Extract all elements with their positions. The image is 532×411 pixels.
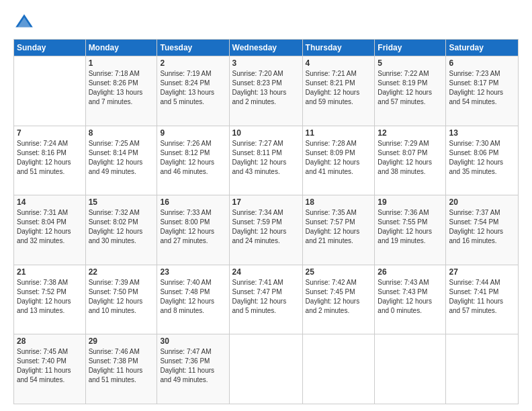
calendar-week-row: 28Sunrise: 7:45 AM Sunset: 7:40 PM Dayli…: [14, 334, 519, 404]
calendar-cell: 6Sunrise: 7:23 AM Sunset: 8:17 PM Daylig…: [446, 56, 519, 126]
calendar-cell: [302, 334, 375, 404]
calendar-cell: [14, 56, 86, 126]
day-info: Sunrise: 7:25 AM Sunset: 8:14 PM Dayligh…: [89, 139, 154, 177]
calendar-day-header: Wednesday: [229, 40, 302, 56]
calendar-cell: 18Sunrise: 7:35 AM Sunset: 7:57 PM Dayli…: [302, 195, 375, 265]
calendar-cell: 19Sunrise: 7:36 AM Sunset: 7:55 PM Dayli…: [375, 195, 446, 265]
calendar-cell: 28Sunrise: 7:45 AM Sunset: 7:40 PM Dayli…: [14, 334, 86, 404]
day-number: 18: [306, 197, 372, 207]
day-number: 25: [306, 267, 372, 277]
calendar-cell: 13Sunrise: 7:30 AM Sunset: 8:06 PM Dayli…: [446, 126, 519, 195]
calendar-cell: 14Sunrise: 7:31 AM Sunset: 8:04 PM Dayli…: [14, 195, 86, 265]
day-number: 30: [160, 336, 226, 346]
calendar-cell: 2Sunrise: 7:19 AM Sunset: 8:24 PM Daylig…: [157, 56, 229, 126]
day-number: 1: [89, 58, 154, 68]
calendar-cell: [446, 334, 519, 404]
calendar-cell: 10Sunrise: 7:27 AM Sunset: 8:11 PM Dayli…: [229, 126, 302, 195]
day-info: Sunrise: 7:47 AM Sunset: 7:36 PM Dayligh…: [160, 347, 226, 385]
calendar-cell: 27Sunrise: 7:44 AM Sunset: 7:41 PM Dayli…: [446, 265, 519, 334]
day-info: Sunrise: 7:32 AM Sunset: 8:02 PM Dayligh…: [89, 208, 154, 246]
calendar-day-header: Sunday: [14, 40, 86, 56]
calendar-cell: 15Sunrise: 7:32 AM Sunset: 8:02 PM Dayli…: [85, 195, 157, 265]
header: [13, 12, 519, 34]
day-info: Sunrise: 7:29 AM Sunset: 8:07 PM Dayligh…: [378, 139, 443, 177]
day-info: Sunrise: 7:42 AM Sunset: 7:45 PM Dayligh…: [306, 278, 372, 316]
day-number: 2: [160, 58, 226, 68]
day-number: 5: [378, 58, 443, 68]
calendar-day-header: Tuesday: [157, 40, 229, 56]
calendar-header-row: SundayMondayTuesdayWednesdayThursdayFrid…: [14, 40, 519, 56]
day-info: Sunrise: 7:39 AM Sunset: 7:50 PM Dayligh…: [89, 278, 154, 316]
day-number: 20: [449, 197, 515, 207]
calendar-week-row: 14Sunrise: 7:31 AM Sunset: 8:04 PM Dayli…: [14, 195, 519, 265]
day-info: Sunrise: 7:43 AM Sunset: 7:43 PM Dayligh…: [378, 278, 443, 316]
day-number: 19: [378, 197, 443, 207]
calendar-cell: [375, 334, 446, 404]
calendar-week-row: 1Sunrise: 7:18 AM Sunset: 8:26 PM Daylig…: [14, 56, 519, 126]
calendar-cell: 30Sunrise: 7:47 AM Sunset: 7:36 PM Dayli…: [157, 334, 229, 404]
day-info: Sunrise: 7:19 AM Sunset: 8:24 PM Dayligh…: [160, 69, 226, 107]
calendar-cell: 29Sunrise: 7:46 AM Sunset: 7:38 PM Dayli…: [85, 334, 157, 404]
day-info: Sunrise: 7:41 AM Sunset: 7:47 PM Dayligh…: [232, 278, 300, 316]
calendar-cell: [229, 334, 302, 404]
calendar-day-header: Saturday: [446, 40, 519, 56]
logo-icon: [13, 12, 35, 34]
day-number: 9: [160, 128, 226, 138]
calendar-cell: 9Sunrise: 7:26 AM Sunset: 8:12 PM Daylig…: [157, 126, 229, 195]
calendar-day-header: Friday: [375, 40, 446, 56]
day-number: 13: [449, 128, 515, 138]
day-info: Sunrise: 7:38 AM Sunset: 7:52 PM Dayligh…: [17, 278, 83, 316]
day-number: 14: [17, 197, 83, 207]
day-number: 4: [306, 58, 372, 68]
calendar-cell: 5Sunrise: 7:22 AM Sunset: 8:19 PM Daylig…: [375, 56, 446, 126]
day-number: 26: [378, 267, 443, 277]
day-number: 24: [232, 267, 300, 277]
day-info: Sunrise: 7:31 AM Sunset: 8:04 PM Dayligh…: [17, 208, 83, 246]
calendar-cell: 21Sunrise: 7:38 AM Sunset: 7:52 PM Dayli…: [14, 265, 86, 334]
day-number: 8: [89, 128, 154, 138]
day-info: Sunrise: 7:46 AM Sunset: 7:38 PM Dayligh…: [89, 347, 154, 385]
calendar-cell: 4Sunrise: 7:21 AM Sunset: 8:21 PM Daylig…: [302, 56, 375, 126]
day-number: 21: [17, 267, 83, 277]
day-info: Sunrise: 7:35 AM Sunset: 7:57 PM Dayligh…: [306, 208, 372, 246]
day-number: 17: [232, 197, 300, 207]
calendar-cell: 20Sunrise: 7:37 AM Sunset: 7:54 PM Dayli…: [446, 195, 519, 265]
calendar-week-row: 21Sunrise: 7:38 AM Sunset: 7:52 PM Dayli…: [14, 265, 519, 334]
calendar-cell: 24Sunrise: 7:41 AM Sunset: 7:47 PM Dayli…: [229, 265, 302, 334]
day-info: Sunrise: 7:37 AM Sunset: 7:54 PM Dayligh…: [449, 208, 515, 246]
calendar-week-row: 7Sunrise: 7:24 AM Sunset: 8:16 PM Daylig…: [14, 126, 519, 195]
day-info: Sunrise: 7:40 AM Sunset: 7:48 PM Dayligh…: [160, 278, 226, 316]
day-info: Sunrise: 7:26 AM Sunset: 8:12 PM Dayligh…: [160, 139, 226, 177]
day-number: 3: [232, 58, 300, 68]
day-number: 22: [89, 267, 154, 277]
calendar-cell: 11Sunrise: 7:28 AM Sunset: 8:09 PM Dayli…: [302, 126, 375, 195]
calendar-cell: 26Sunrise: 7:43 AM Sunset: 7:43 PM Dayli…: [375, 265, 446, 334]
calendar-day-header: Monday: [85, 40, 157, 56]
calendar-table: SundayMondayTuesdayWednesdayThursdayFrid…: [13, 39, 519, 404]
calendar-cell: 8Sunrise: 7:25 AM Sunset: 8:14 PM Daylig…: [85, 126, 157, 195]
day-info: Sunrise: 7:22 AM Sunset: 8:19 PM Dayligh…: [378, 69, 443, 107]
calendar-cell: 23Sunrise: 7:40 AM Sunset: 7:48 PM Dayli…: [157, 265, 229, 334]
calendar-cell: 22Sunrise: 7:39 AM Sunset: 7:50 PM Dayli…: [85, 265, 157, 334]
day-number: 7: [17, 128, 83, 138]
day-number: 27: [449, 267, 515, 277]
day-info: Sunrise: 7:28 AM Sunset: 8:09 PM Dayligh…: [306, 139, 372, 177]
day-number: 6: [449, 58, 515, 68]
day-info: Sunrise: 7:34 AM Sunset: 7:59 PM Dayligh…: [232, 208, 300, 246]
calendar-cell: 17Sunrise: 7:34 AM Sunset: 7:59 PM Dayli…: [229, 195, 302, 265]
day-info: Sunrise: 7:30 AM Sunset: 8:06 PM Dayligh…: [449, 139, 515, 177]
day-info: Sunrise: 7:18 AM Sunset: 8:26 PM Dayligh…: [89, 69, 154, 107]
day-number: 12: [378, 128, 443, 138]
day-info: Sunrise: 7:33 AM Sunset: 8:00 PM Dayligh…: [160, 208, 226, 246]
calendar-cell: 3Sunrise: 7:20 AM Sunset: 8:23 PM Daylig…: [229, 56, 302, 126]
day-info: Sunrise: 7:36 AM Sunset: 7:55 PM Dayligh…: [378, 208, 443, 246]
day-number: 28: [17, 336, 83, 346]
day-info: Sunrise: 7:27 AM Sunset: 8:11 PM Dayligh…: [232, 139, 300, 177]
calendar-cell: 1Sunrise: 7:18 AM Sunset: 8:26 PM Daylig…: [85, 56, 157, 126]
day-info: Sunrise: 7:44 AM Sunset: 7:41 PM Dayligh…: [449, 278, 515, 316]
day-number: 23: [160, 267, 226, 277]
calendar-cell: 12Sunrise: 7:29 AM Sunset: 8:07 PM Dayli…: [375, 126, 446, 195]
day-number: 10: [232, 128, 300, 138]
calendar-cell: 7Sunrise: 7:24 AM Sunset: 8:16 PM Daylig…: [14, 126, 86, 195]
day-info: Sunrise: 7:24 AM Sunset: 8:16 PM Dayligh…: [17, 139, 83, 177]
